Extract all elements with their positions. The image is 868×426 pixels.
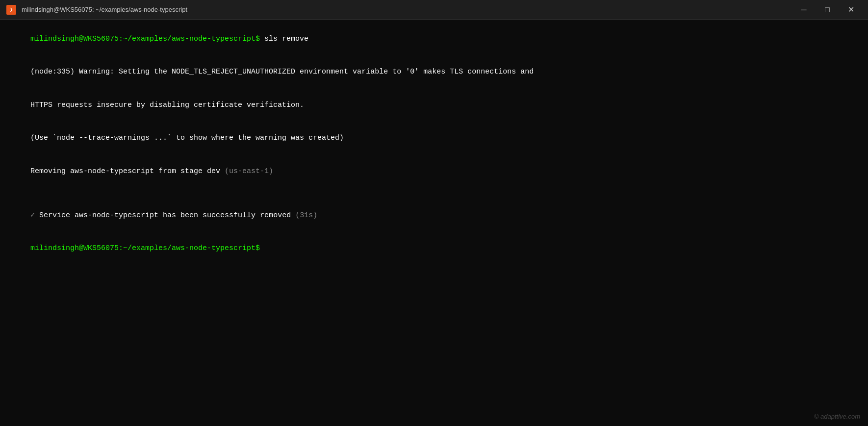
terminal-line-success: ✓ Service aws-node-typescript has been s…	[4, 199, 864, 232]
terminal-line-4: (Use `node --trace-warnings ...` to show…	[4, 122, 864, 155]
prompt-1: milindsingh@WKS56075:~/examples/aws-node…	[30, 35, 260, 43]
prompt-final: milindsingh@WKS56075:~/examples/aws-node…	[30, 244, 260, 252]
window-title: milindsingh@WKS56075: ~/examples/aws-nod…	[22, 6, 792, 13]
terminal-body[interactable]: milindsingh@WKS56075:~/examples/aws-node…	[0, 20, 868, 426]
warning-line-2: HTTPS requests insecure by disabling cer…	[30, 101, 304, 109]
title-bar: ❯ milindsingh@WKS56075: ~/examples/aws-n…	[0, 0, 868, 20]
duration-text: (31s)	[295, 211, 317, 220]
region-text: (us-east-1)	[225, 167, 273, 175]
terminal-line-3: HTTPS requests insecure by disabling cer…	[4, 89, 864, 122]
command-1: sls remove	[260, 35, 308, 43]
success-icon: ✓	[30, 211, 35, 220]
removing-text: Removing aws-node-typescript from stage …	[30, 167, 225, 175]
minimize-button[interactable]: ─	[792, 2, 815, 18]
terminal-line-1: milindsingh@WKS56075:~/examples/aws-node…	[4, 23, 864, 56]
watermark: © adapttive.com	[814, 413, 860, 420]
warning-line-1: (node:335) Warning: Setting the NODE_TLS…	[30, 68, 534, 76]
window-controls: ─ □ ✕	[792, 2, 862, 18]
terminal-line-2: (node:335) Warning: Setting the NODE_TLS…	[4, 56, 864, 89]
terminal-line-final: milindsingh@WKS56075:~/examples/aws-node…	[4, 232, 864, 266]
terminal-line-5: Removing aws-node-typescript from stage …	[4, 155, 864, 188]
terminal-window: ❯ milindsingh@WKS56075: ~/examples/aws-n…	[0, 0, 868, 426]
terminal-line-blank	[4, 188, 864, 200]
success-text: Service aws-node-typescript has been suc…	[35, 211, 295, 220]
app-icon: ❯	[6, 4, 17, 15]
maximize-button[interactable]: □	[816, 2, 839, 18]
app-icon-square: ❯	[6, 5, 16, 15]
close-button[interactable]: ✕	[840, 2, 862, 18]
warning-line-3: (Use `node --trace-warnings ...` to show…	[30, 134, 344, 142]
